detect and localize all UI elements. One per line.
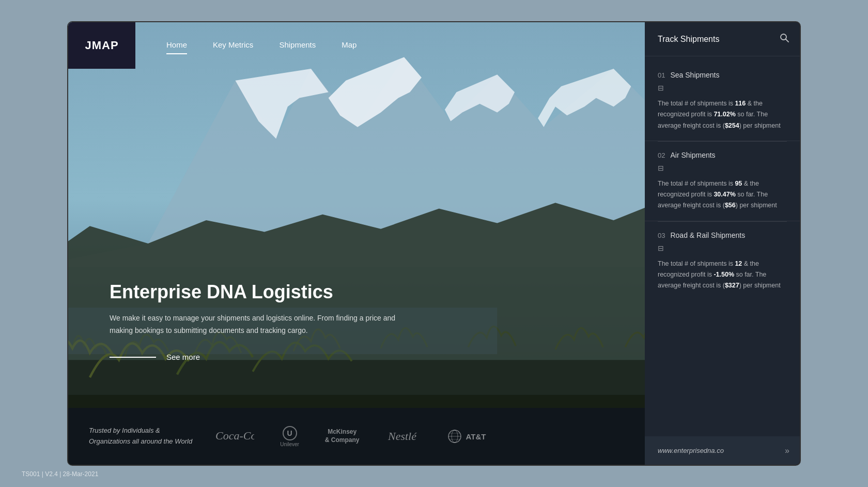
- panel-body: 01 Sea Shipments ⊟ The total # of shipme…: [645, 56, 800, 436]
- nav-key-metrics[interactable]: Key Metrics: [213, 40, 253, 51]
- sea-expand-icon[interactable]: ⊟: [658, 84, 664, 92]
- shipment-item-sea: 01 Sea Shipments ⊟ The total # of shipme…: [645, 62, 800, 141]
- sea-shipment-desc: The total # of shipments is 116 & the re…: [658, 98, 787, 131]
- shipment-item-road: 03 Road & Rail Shipments ⊟ The total # o…: [645, 222, 800, 301]
- version-label: TS001 | V2.4 | 28-Mar-2021: [22, 470, 98, 478]
- svg-text:Nestlé: Nestlé: [388, 430, 417, 443]
- svg-line-19: [786, 39, 788, 42]
- air-shipment-header: 02 Air Shipments: [658, 151, 787, 159]
- brand-att: AT&T: [447, 429, 486, 444]
- sea-shipment-name: Sea Shipments: [670, 71, 719, 79]
- brand-unilever: U Unilever: [280, 426, 299, 447]
- nav-shipments[interactable]: Shipments: [279, 40, 316, 51]
- nav-links: Home Key Metrics Shipments Map: [135, 40, 357, 51]
- brand-cocacola: Coca-Cola: [213, 426, 254, 447]
- see-more-button[interactable]: See more: [166, 353, 200, 361]
- road-shipment-name: Road & Rail Shipments: [670, 231, 745, 239]
- main-content-area: JMAP Home Key Metrics Shipments Map Ente…: [68, 22, 647, 465]
- footer-bar: Trusted by Individuals & Organizations a…: [68, 408, 647, 465]
- air-shipment-desc: The total # of shipments is 95 & the rec…: [658, 178, 787, 211]
- nav-header: JMAP Home Key Metrics Shipments Map: [68, 22, 647, 69]
- right-panel: Track Shipments 01 Sea Shipments ⊟: [645, 22, 800, 465]
- brand-nestle: Nestlé: [385, 427, 422, 447]
- panel-header: Track Shipments: [645, 22, 800, 56]
- panel-footer-arrow[interactable]: »: [785, 446, 789, 455]
- air-expand-icon[interactable]: ⊟: [658, 164, 664, 172]
- road-shipment-desc: The total # of shipments is 12 & the rec…: [658, 258, 787, 292]
- panel-title: Track Shipments: [658, 35, 719, 44]
- search-icon[interactable]: [779, 33, 789, 45]
- sea-shipment-num: 01: [658, 71, 665, 79]
- hero-title: Enterprise DNA Logistics: [110, 281, 409, 303]
- nav-map[interactable]: Map: [342, 40, 357, 51]
- hero-content: Enterprise DNA Logistics We make it easy…: [110, 281, 409, 361]
- logo-text: JMAP: [85, 39, 118, 52]
- panel-footer-url[interactable]: www.enterprisedna.co: [658, 447, 724, 454]
- app-frame: JMAP Home Key Metrics Shipments Map Ente…: [67, 21, 801, 466]
- trusted-text: Trusted by Individuals & Organizations a…: [89, 425, 192, 447]
- svg-text:Coca-Cola: Coca-Cola: [215, 429, 254, 442]
- shipment-item-air: 02 Air Shipments ⊟ The total # of shipme…: [645, 142, 800, 221]
- panel-footer: www.enterprisedna.co »: [645, 436, 800, 465]
- hero-description: We make it easy to manage your shipments…: [110, 312, 409, 337]
- see-more-container: See more: [110, 353, 409, 361]
- see-more-line: [110, 357, 156, 358]
- svg-point-18: [781, 34, 786, 40]
- logo-box: JMAP: [68, 22, 135, 69]
- brands-container: Coca-Cola U Unilever McKinsey& Company: [213, 426, 626, 447]
- road-shipment-header: 03 Road & Rail Shipments: [658, 231, 787, 239]
- road-shipment-num: 03: [658, 232, 665, 239]
- nav-home[interactable]: Home: [166, 40, 187, 51]
- mountain-illustration: [68, 22, 647, 465]
- air-shipment-num: 02: [658, 151, 665, 159]
- road-expand-icon[interactable]: ⊟: [658, 244, 664, 252]
- air-shipment-name: Air Shipments: [670, 151, 715, 159]
- brand-mckinsey: McKinsey& Company: [325, 428, 360, 444]
- sea-shipment-header: 01 Sea Shipments: [658, 71, 787, 79]
